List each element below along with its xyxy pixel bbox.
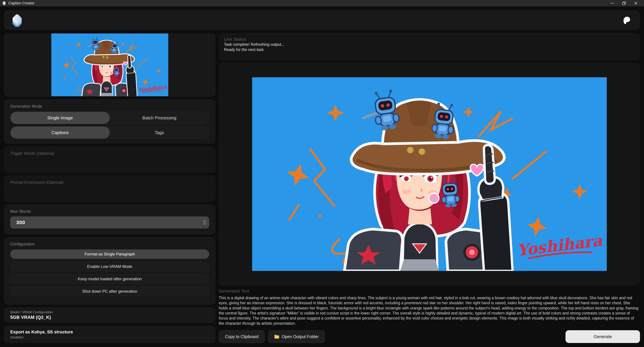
- output-captions-button[interactable]: Captions: [10, 127, 110, 139]
- minimize-icon[interactable]: [606, 0, 618, 6]
- config-shutdown-pc[interactable]: Shut down PC after generation: [10, 287, 209, 296]
- generation-mode-label: Generation Mode: [10, 104, 209, 109]
- trigger-words-input[interactable]: [10, 151, 209, 165]
- max-words-label: Max Words: [10, 209, 209, 214]
- config-enable-low-vram[interactable]: Enable Low-VRAM Mode: [10, 262, 209, 271]
- trigger-words-card: [4, 146, 216, 173]
- max-words-input[interactable]: [10, 216, 209, 229]
- live-status-label: Live Status: [224, 37, 635, 42]
- live-status-line1: Task complete! Refreshing output...: [224, 42, 635, 47]
- app-header: [4, 10, 640, 30]
- copy-to-clipboard-button[interactable]: Copy to Clipboard: [219, 330, 265, 343]
- model-vram-label: Model / VRAM Configuration: [10, 310, 209, 314]
- titlebar: Caption Creator ×: [0, 0, 644, 6]
- mode-batch-processing-button[interactable]: Batch Processing: [110, 112, 209, 124]
- max-words-card: Max Words: [4, 205, 216, 234]
- drag-handle-icon[interactable]: [204, 220, 206, 225]
- main-panel: Live Status Task complete! Refreshing ou…: [219, 33, 640, 343]
- mode-segment: Single Image Batch Processing: [10, 112, 209, 124]
- configuration-label: Configuration: [10, 242, 209, 246]
- output-segment: Captions Tags: [10, 126, 209, 139]
- actions-row: Copy to Clipboard Open Output Folder Gen…: [219, 326, 640, 343]
- live-status-card: Live Status Task complete! Refreshing ou…: [219, 33, 640, 60]
- open-output-folder-label: Open Output Folder: [282, 334, 319, 339]
- output-image: [252, 77, 607, 271]
- generated-text-body: This is a digital drawing of an anime-st…: [219, 295, 640, 326]
- prompt-enrichment-card: [4, 176, 216, 202]
- export-kohya-label: Export as Kohya_SS structure: [10, 330, 209, 335]
- generated-text-label: Generated Text: [219, 289, 640, 294]
- layers-icon: [10, 13, 24, 27]
- export-kohya-status: Disabled: [10, 336, 209, 339]
- export-kohya-toggle[interactable]: Export as Kohya_SS structure Disabled: [4, 326, 216, 343]
- app-icon: [2, 1, 6, 5]
- open-output-folder-button[interactable]: Open Output Folder: [268, 330, 325, 343]
- live-status-line2: Ready for the next task.: [224, 47, 635, 52]
- configuration-card: Configuration Format as Single Paragraph…: [4, 237, 216, 305]
- folder-icon: [274, 335, 279, 339]
- model-vram-value: 5GB VRAM (Q2_K): [10, 315, 209, 320]
- generate-button[interactable]: Generate: [566, 330, 640, 343]
- config-format-single-paragraph[interactable]: Format as Single Paragraph: [10, 249, 209, 259]
- maximize-icon[interactable]: [618, 0, 630, 6]
- prompt-enrichment-input[interactable]: [10, 180, 209, 194]
- sidebar: Generation Mode Single Image Batch Proce…: [4, 33, 216, 343]
- output-tags-button[interactable]: Tags: [110, 127, 209, 139]
- image-stage-card: [219, 63, 640, 286]
- generated-text-section: Generated Text This is a digital drawing…: [219, 289, 640, 326]
- close-icon[interactable]: ×: [630, 0, 642, 6]
- mode-single-image-button[interactable]: Single Image: [10, 112, 110, 124]
- copy-to-clipboard-label: Copy to Clipboard: [225, 334, 258, 339]
- config-keep-model-loaded[interactable]: Keep model loaded after generation: [10, 274, 209, 284]
- generation-mode-card: Generation Mode Single Image Batch Proce…: [4, 99, 216, 144]
- preview-thumbnail: [51, 33, 168, 96]
- image-preview-card: [4, 33, 216, 97]
- model-vram-selector[interactable]: Model / VRAM Configuration 5GB VRAM (Q2_…: [4, 308, 216, 323]
- patreon-icon[interactable]: [622, 16, 631, 24]
- window-title: Caption Creator: [8, 1, 34, 5]
